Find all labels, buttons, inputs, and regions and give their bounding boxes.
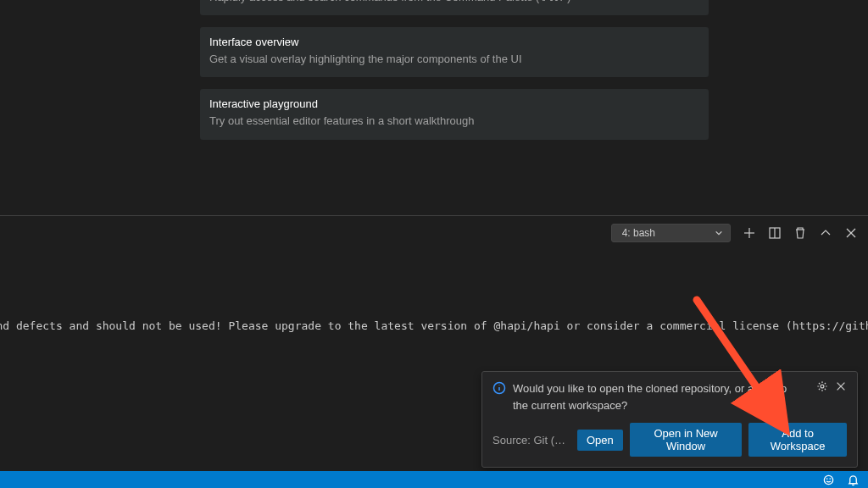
split-icon bbox=[768, 226, 782, 240]
plus-icon bbox=[743, 226, 756, 240]
notification-source: Source: Git (Extension) bbox=[492, 434, 570, 446]
terminal-line: s and defects and should not be used! Pl… bbox=[0, 318, 868, 336]
notification-close-button[interactable] bbox=[835, 380, 847, 392]
notifications-button[interactable] bbox=[847, 474, 860, 486]
chevron-down-icon bbox=[715, 229, 723, 237]
notification-toast: Would you like to open the cloned reposi… bbox=[481, 371, 858, 468]
welcome-card-command-palette[interactable]: Rapidly access and search commands from … bbox=[200, 0, 709, 15]
card-desc: Try out essential editor features in a s… bbox=[209, 114, 699, 129]
feedback-icon bbox=[822, 474, 835, 486]
info-icon bbox=[492, 381, 506, 395]
panel-header: 4: bash bbox=[611, 220, 858, 246]
notification-settings-button[interactable] bbox=[816, 380, 828, 392]
maximize-panel-button[interactable] bbox=[819, 226, 832, 240]
card-title: Interactive playground bbox=[209, 97, 699, 110]
welcome-card-interactive-playground[interactable]: Interactive playground Try out essential… bbox=[200, 89, 709, 139]
welcome-card-interface-overview[interactable]: Interface overview Get a visual overlay … bbox=[200, 27, 709, 77]
kill-terminal-button[interactable] bbox=[793, 226, 807, 240]
svg-point-14 bbox=[830, 478, 831, 479]
feedback-button[interactable] bbox=[822, 474, 835, 486]
welcome-cards: Rapidly access and search commands from … bbox=[200, 0, 709, 152]
svg-point-9 bbox=[821, 385, 824, 388]
chevron-up-icon bbox=[819, 226, 832, 240]
split-terminal-button[interactable] bbox=[768, 226, 782, 240]
terminal-selector[interactable]: 4: bash bbox=[611, 224, 731, 242]
close-icon bbox=[835, 380, 847, 392]
status-bar bbox=[0, 471, 868, 488]
close-icon bbox=[844, 226, 858, 240]
editor-area: Rapidly access and search commands from … bbox=[0, 0, 868, 215]
card-title: Interface overview bbox=[209, 36, 699, 48]
card-desc: Get a visual overlay highlighting the ma… bbox=[209, 52, 699, 67]
notification-message: Would you like to open the cloned reposi… bbox=[513, 380, 804, 414]
card-desc: Rapidly access and search commands from … bbox=[209, 0, 699, 5]
svg-point-12 bbox=[824, 475, 832, 484]
add-to-workspace-button[interactable]: Add to Workspace bbox=[748, 423, 847, 457]
bell-icon bbox=[847, 474, 860, 486]
svg-point-13 bbox=[826, 478, 827, 479]
close-panel-button[interactable] bbox=[844, 226, 858, 240]
open-button[interactable]: Open bbox=[577, 430, 623, 451]
trash-icon bbox=[793, 226, 807, 240]
open-new-window-button[interactable]: Open in New Window bbox=[630, 423, 743, 457]
terminal-selector-label: 4: bash bbox=[622, 227, 655, 239]
gear-icon bbox=[816, 380, 828, 392]
new-terminal-button[interactable] bbox=[743, 226, 756, 240]
